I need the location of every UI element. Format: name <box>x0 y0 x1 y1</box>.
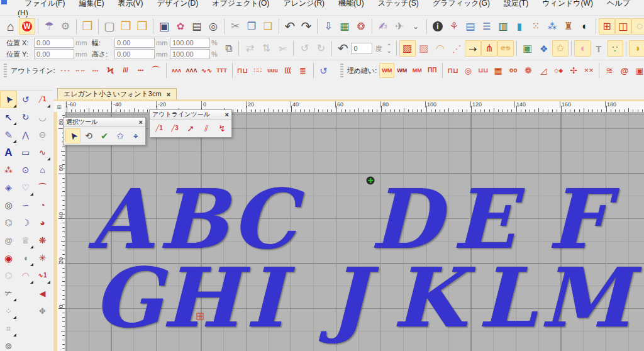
fill-u-loop[interactable]: ⊔⊔ <box>475 63 491 78</box>
document-tab[interactable]: エレガント小さいフォント3cm × <box>57 88 177 99</box>
toolbar-grip[interactable] <box>340 64 343 77</box>
fill-woven-grid[interactable]: ▦ <box>491 63 506 78</box>
print[interactable]: ▤ <box>189 18 205 35</box>
fill-square-wave[interactable]: ⊓⊔ <box>445 63 460 78</box>
lattice-transform[interactable]: ⊞ <box>599 18 615 35</box>
outline-dot-grid[interactable]: ∷∷ <box>250 63 265 78</box>
rotate-reset[interactable]: ↶ <box>335 40 351 57</box>
zigzag-stitch-tool[interactable]: ↯ <box>214 121 230 136</box>
pacman-tool[interactable]: ◖ <box>17 249 34 267</box>
menu-item[interactable]: 編集(E) <box>72 0 111 9</box>
info-button[interactable]: i <box>430 18 446 35</box>
embroidery-letter-J[interactable]: J <box>328 257 367 339</box>
crown-tool[interactable]: ♕ <box>17 231 34 249</box>
fill-ellipse-chain[interactable]: oo <box>506 63 521 78</box>
shapes-tool[interactable]: ❖ <box>536 40 552 57</box>
stamp-tool[interactable]: ♜ <box>560 18 577 35</box>
outline-zigzag-dense[interactable]: ΛΛΛ <box>184 63 199 78</box>
triangle-fan-tool[interactable]: ◀ <box>34 284 51 302</box>
fish-pair-tool[interactable]: ⋐⋑ <box>497 40 514 57</box>
outline-hatch[interactable]: /// <box>118 63 133 78</box>
lasso-select[interactable]: ⟲ <box>81 128 96 143</box>
outline-zigzag-small[interactable]: ʌʌʌ <box>169 63 184 78</box>
import-design[interactable]: ❂ <box>353 18 369 35</box>
copy[interactable]: ❐ <box>243 18 260 35</box>
rectangle-tool[interactable]: ▭ <box>17 143 34 161</box>
embroidery-letter-F[interactable]: F <box>548 179 606 260</box>
new-document[interactable]: ▢ <box>101 18 118 35</box>
rotate-right-45[interactable]: ↻ <box>313 40 329 57</box>
menu-item[interactable]: ウィンドウ(W) <box>535 0 600 9</box>
rake-fork-tool[interactable]: ⋔ <box>481 40 497 57</box>
import-image[interactable]: ▦ <box>336 18 353 35</box>
outline-palette-close-icon[interactable]: × <box>225 111 229 118</box>
curve-polygon-tool[interactable]: ⋀ <box>17 126 34 143</box>
thread-spool[interactable]: ▮ <box>511 18 528 35</box>
fill-cross-xx[interactable]: ✕✕ <box>581 63 596 78</box>
punch-hand-tool[interactable]: ✍ <box>375 18 391 35</box>
curve-red-tool[interactable]: ⌒ <box>34 179 51 196</box>
parallel-stitch-tool[interactable]: ⫽ <box>199 121 214 136</box>
menu-item[interactable]: オブジェクト(O) <box>205 0 276 9</box>
ruler-corner-icon[interactable]: ⊞ <box>53 101 65 112</box>
target-circle-tool[interactable]: ◎ <box>0 196 17 214</box>
arc-center-tool[interactable]: ↺ <box>17 91 34 108</box>
hexagon-spiral-tool[interactable]: @ <box>0 231 17 249</box>
fill-diamond-grid[interactable]: ◇◆ <box>551 63 566 78</box>
flip-horizontal[interactable]: ⇄ <box>242 40 258 57</box>
more-chevron[interactable]: ⌄ <box>408 18 424 35</box>
select-palette-titlebar[interactable]: 選択ツール × <box>64 118 145 127</box>
flip-vertical[interactable]: ⇅ <box>258 40 274 57</box>
satin-stitch[interactable]: ▨ <box>399 40 416 57</box>
fence-transform[interactable]: ◫ <box>615 18 631 35</box>
fill-satin-wm[interactable]: WM <box>379 63 394 78</box>
knife-tool[interactable]: ✃ <box>0 284 17 302</box>
outline-dash-medium[interactable]: -- -- <box>73 63 88 78</box>
stitch-dots[interactable]: ⁙ <box>528 18 544 35</box>
small-utility-tools[interactable]: ✥ <box>34 302 51 320</box>
cut[interactable]: ✂ <box>227 18 243 35</box>
menu-item[interactable]: 表示(V) <box>111 0 150 9</box>
rotate-angle-field[interactable] <box>351 43 372 54</box>
leaf-outline[interactable]: ◠ <box>432 40 448 57</box>
embroidery-letter-I[interactable]: I <box>246 257 284 339</box>
loop-red-tool[interactable]: ◕ <box>34 214 51 231</box>
lock-aspect-icon[interactable]: ⧉ <box>225 43 232 54</box>
design-canvas[interactable]: ABCDEFGHIJKLM✚ <box>65 112 644 351</box>
fill-arrow-cross[interactable]: ✢ <box>566 63 581 78</box>
redo[interactable]: ↷ <box>298 18 314 35</box>
embroidery-letter-E[interactable]: E <box>452 179 514 260</box>
select-arrow[interactable]: ➤ <box>65 128 80 143</box>
menu-item[interactable]: 機能(U) <box>331 0 371 9</box>
hexagon-soft-tool[interactable]: ⌬ <box>0 267 17 284</box>
line-sew-tool-3[interactable]: ╱3 <box>167 121 182 136</box>
hatch-small[interactable]: ⋰ <box>448 40 465 57</box>
sewing-machine-link[interactable]: ⚙ <box>57 18 74 35</box>
open-folder[interactable]: ❒ <box>118 18 134 35</box>
fill-satin-wm-dark[interactable]: WM <box>394 63 409 78</box>
fill-ornate-frame[interactable]: ▣ <box>632 63 644 78</box>
select-palette-close-icon[interactable]: × <box>139 118 143 126</box>
embroidery-letter-B[interactable]: B <box>158 179 228 260</box>
polyline-tool[interactable]: ∿ <box>34 143 51 161</box>
run-arrow-tool[interactable]: ➚ <box>183 121 198 136</box>
menu-item[interactable]: グラフィック(G) <box>426 0 497 9</box>
arc-pink-fill-tool[interactable]: ◠ <box>17 267 34 284</box>
home-button[interactable]: ⌂ <box>3 18 19 35</box>
save[interactable]: ▣ <box>156 18 172 35</box>
embroidery-letter-C[interactable]: C <box>231 179 296 260</box>
wheel-dots-tool[interactable]: ❋ <box>34 231 51 249</box>
embroidery-letter-A[interactable]: A <box>89 179 153 260</box>
menu-item[interactable]: アレンジ(R) <box>276 0 331 9</box>
connector-shape-tool[interactable]: ⌗ <box>0 320 17 337</box>
wheel-spokes-tool[interactable]: ✳ <box>34 249 51 267</box>
enclose-select[interactable]: ✔ <box>97 128 112 143</box>
embroidery-letter-H[interactable]: H <box>162 257 240 339</box>
tshirt-tool[interactable]: T <box>591 40 607 57</box>
toolbar-grip[interactable] <box>4 64 7 77</box>
node-edit-tool[interactable]: ↖ <box>0 108 17 126</box>
satin-outline[interactable]: ▨ <box>416 40 432 57</box>
node-select[interactable]: ⌖ <box>128 128 143 143</box>
embroidery-letter-L[interactable]: L <box>478 257 535 339</box>
embroidery-letter-M[interactable]: M <box>540 257 631 339</box>
